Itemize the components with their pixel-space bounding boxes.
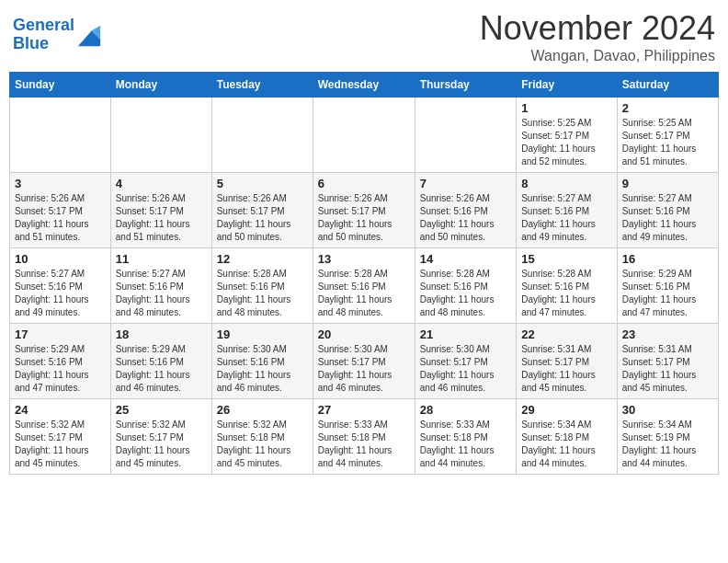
calendar-cell: 28Sunrise: 5:33 AMSunset: 5:18 PMDayligh… <box>415 399 516 475</box>
calendar-week-row: 24Sunrise: 5:32 AMSunset: 5:17 PMDayligh… <box>10 399 719 475</box>
column-header-monday: Monday <box>110 73 211 98</box>
calendar-header-row: SundayMondayTuesdayWednesdayThursdayFrid… <box>10 73 719 98</box>
day-number: 2 <box>622 101 713 115</box>
day-info: Sunrise: 5:30 AMSunset: 5:17 PMDaylight:… <box>420 343 511 395</box>
day-number: 18 <box>116 327 207 341</box>
column-header-thursday: Thursday <box>415 73 516 98</box>
day-info: Sunrise: 5:28 AMSunset: 5:16 PMDaylight:… <box>420 268 511 319</box>
column-header-tuesday: Tuesday <box>211 73 313 98</box>
day-info: Sunrise: 5:29 AMSunset: 5:16 PMDaylight:… <box>622 268 713 319</box>
day-number: 10 <box>15 252 106 266</box>
day-info: Sunrise: 5:27 AMSunset: 5:16 PMDaylight:… <box>116 268 207 319</box>
logo: GeneralBlue <box>13 17 102 53</box>
calendar-cell <box>313 98 415 173</box>
calendar-cell: 8Sunrise: 5:27 AMSunset: 5:16 PMDaylight… <box>517 173 618 248</box>
calendar-cell <box>110 98 211 173</box>
page-header: GeneralBlue November 2024 Wangan, Davao,… <box>9 9 719 64</box>
column-header-saturday: Saturday <box>617 73 718 98</box>
day-info: Sunrise: 5:29 AMSunset: 5:16 PMDaylight:… <box>116 343 207 395</box>
column-header-wednesday: Wednesday <box>313 73 415 98</box>
calendar-cell <box>211 98 313 173</box>
day-number: 8 <box>521 177 612 190</box>
day-number: 4 <box>116 177 207 190</box>
day-number: 27 <box>318 403 410 417</box>
day-number: 21 <box>420 327 511 341</box>
calendar-cell: 21Sunrise: 5:30 AMSunset: 5:17 PMDayligh… <box>415 324 516 399</box>
calendar-cell: 25Sunrise: 5:32 AMSunset: 5:17 PMDayligh… <box>110 399 211 475</box>
calendar-cell: 18Sunrise: 5:29 AMSunset: 5:16 PMDayligh… <box>110 324 211 399</box>
day-number: 25 <box>116 403 207 417</box>
calendar-cell: 20Sunrise: 5:30 AMSunset: 5:17 PMDayligh… <box>313 324 415 399</box>
day-number: 28 <box>420 403 511 417</box>
calendar-cell: 2Sunrise: 5:25 AMSunset: 5:17 PMDaylight… <box>617 98 718 173</box>
day-info: Sunrise: 5:28 AMSunset: 5:16 PMDaylight:… <box>521 268 612 319</box>
calendar-cell: 6Sunrise: 5:26 AMSunset: 5:17 PMDaylight… <box>313 173 415 248</box>
day-number: 11 <box>116 252 207 266</box>
day-number: 9 <box>622 177 713 190</box>
calendar-cell: 4Sunrise: 5:26 AMSunset: 5:17 PMDaylight… <box>110 173 211 248</box>
calendar-week-row: 17Sunrise: 5:29 AMSunset: 5:16 PMDayligh… <box>10 324 719 399</box>
day-number: 23 <box>622 327 713 341</box>
day-number: 16 <box>622 252 713 266</box>
day-info: Sunrise: 5:25 AMSunset: 5:17 PMDaylight:… <box>622 117 713 168</box>
day-info: Sunrise: 5:27 AMSunset: 5:16 PMDaylight:… <box>622 192 713 244</box>
column-header-sunday: Sunday <box>10 73 111 98</box>
day-info: Sunrise: 5:32 AMSunset: 5:18 PMDaylight:… <box>217 419 308 470</box>
day-info: Sunrise: 5:27 AMSunset: 5:16 PMDaylight:… <box>15 268 106 319</box>
calendar-cell: 13Sunrise: 5:28 AMSunset: 5:16 PMDayligh… <box>313 248 415 324</box>
day-number: 6 <box>318 177 410 190</box>
day-info: Sunrise: 5:33 AMSunset: 5:18 PMDaylight:… <box>318 419 410 470</box>
calendar-cell: 17Sunrise: 5:29 AMSunset: 5:16 PMDayligh… <box>10 324 111 399</box>
calendar-cell <box>415 98 516 173</box>
month-title: November 2024 <box>480 9 715 48</box>
calendar-cell: 14Sunrise: 5:28 AMSunset: 5:16 PMDayligh… <box>415 248 516 324</box>
calendar-cell: 23Sunrise: 5:31 AMSunset: 5:17 PMDayligh… <box>617 324 718 399</box>
day-info: Sunrise: 5:30 AMSunset: 5:16 PMDaylight:… <box>217 343 308 395</box>
calendar-cell: 11Sunrise: 5:27 AMSunset: 5:16 PMDayligh… <box>110 248 211 324</box>
calendar-cell: 9Sunrise: 5:27 AMSunset: 5:16 PMDaylight… <box>617 173 718 248</box>
calendar-cell: 30Sunrise: 5:34 AMSunset: 5:19 PMDayligh… <box>617 399 718 475</box>
day-number: 19 <box>217 327 308 341</box>
calendar-table: SundayMondayTuesdayWednesdayThursdayFrid… <box>9 72 719 475</box>
day-number: 3 <box>15 177 106 190</box>
logo-text: GeneralBlue <box>13 17 74 53</box>
calendar-cell: 24Sunrise: 5:32 AMSunset: 5:17 PMDayligh… <box>10 399 111 475</box>
day-number: 1 <box>521 101 612 115</box>
column-header-friday: Friday <box>517 73 618 98</box>
calendar-cell: 10Sunrise: 5:27 AMSunset: 5:16 PMDayligh… <box>10 248 111 324</box>
day-info: Sunrise: 5:31 AMSunset: 5:17 PMDaylight:… <box>622 343 713 395</box>
day-info: Sunrise: 5:32 AMSunset: 5:17 PMDaylight:… <box>15 419 106 470</box>
day-info: Sunrise: 5:27 AMSunset: 5:16 PMDaylight:… <box>521 192 612 244</box>
day-info: Sunrise: 5:26 AMSunset: 5:17 PMDaylight:… <box>217 192 308 244</box>
location: Wangan, Davao, Philippines <box>480 48 715 64</box>
calendar-cell: 7Sunrise: 5:26 AMSunset: 5:16 PMDaylight… <box>415 173 516 248</box>
day-number: 15 <box>521 252 612 266</box>
day-info: Sunrise: 5:28 AMSunset: 5:16 PMDaylight:… <box>217 268 308 319</box>
day-info: Sunrise: 5:26 AMSunset: 5:17 PMDaylight:… <box>15 192 106 244</box>
logo-icon <box>76 22 102 48</box>
calendar-week-row: 1Sunrise: 5:25 AMSunset: 5:17 PMDaylight… <box>10 98 719 173</box>
day-number: 17 <box>15 327 106 341</box>
day-info: Sunrise: 5:28 AMSunset: 5:16 PMDaylight:… <box>318 268 410 319</box>
day-info: Sunrise: 5:34 AMSunset: 5:18 PMDaylight:… <box>521 419 612 470</box>
day-number: 13 <box>318 252 410 266</box>
day-info: Sunrise: 5:26 AMSunset: 5:17 PMDaylight:… <box>318 192 410 244</box>
day-number: 20 <box>318 327 410 341</box>
day-info: Sunrise: 5:30 AMSunset: 5:17 PMDaylight:… <box>318 343 410 395</box>
day-number: 5 <box>217 177 308 190</box>
day-number: 30 <box>622 403 713 417</box>
calendar-week-row: 10Sunrise: 5:27 AMSunset: 5:16 PMDayligh… <box>10 248 719 324</box>
day-info: Sunrise: 5:32 AMSunset: 5:17 PMDaylight:… <box>116 419 207 470</box>
calendar-cell <box>10 98 111 173</box>
day-info: Sunrise: 5:26 AMSunset: 5:17 PMDaylight:… <box>116 192 207 244</box>
calendar-cell: 15Sunrise: 5:28 AMSunset: 5:16 PMDayligh… <box>517 248 618 324</box>
day-number: 26 <box>217 403 308 417</box>
calendar-cell: 16Sunrise: 5:29 AMSunset: 5:16 PMDayligh… <box>617 248 718 324</box>
calendar-cell: 29Sunrise: 5:34 AMSunset: 5:18 PMDayligh… <box>517 399 618 475</box>
day-info: Sunrise: 5:26 AMSunset: 5:16 PMDaylight:… <box>420 192 511 244</box>
day-number: 22 <box>521 327 612 341</box>
calendar-cell: 12Sunrise: 5:28 AMSunset: 5:16 PMDayligh… <box>211 248 313 324</box>
day-number: 24 <box>15 403 106 417</box>
calendar-cell: 5Sunrise: 5:26 AMSunset: 5:17 PMDaylight… <box>211 173 313 248</box>
day-number: 14 <box>420 252 511 266</box>
